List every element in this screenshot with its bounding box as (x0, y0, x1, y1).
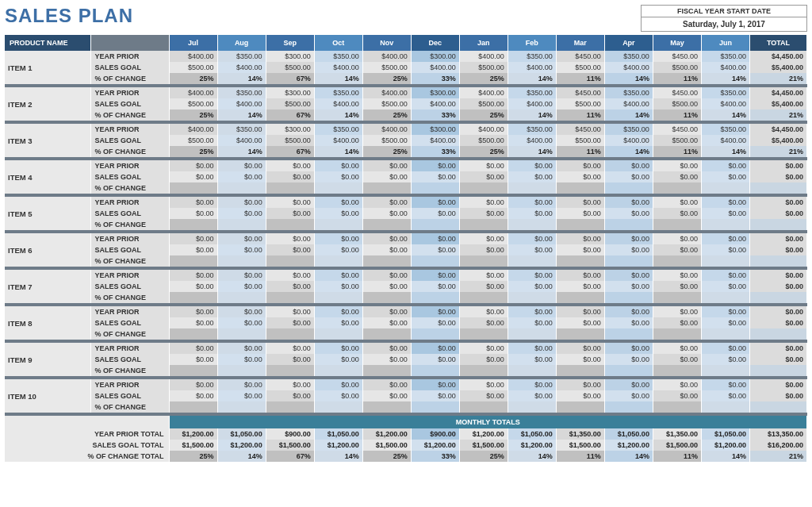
cell[interactable] (314, 328, 362, 340)
cell[interactable]: 25% (169, 109, 217, 121)
cell[interactable]: $350.00 (314, 51, 362, 62)
cell[interactable] (411, 401, 459, 413)
cell[interactable] (314, 255, 362, 267)
cell[interactable]: $0.00 (508, 343, 556, 354)
cell[interactable] (556, 182, 604, 194)
cell[interactable]: $0.00 (169, 343, 217, 354)
cell[interactable]: $0.00 (362, 171, 411, 182)
cell[interactable]: $350.00 (604, 51, 653, 62)
cell[interactable]: $0.00 (411, 379, 459, 390)
cell[interactable]: 25% (459, 109, 508, 121)
cell[interactable] (266, 182, 314, 194)
cell[interactable]: $300.00 (411, 51, 459, 62)
cell[interactable] (556, 255, 604, 267)
cell[interactable]: $400.00 (604, 62, 653, 73)
cell[interactable]: $0.00 (217, 390, 266, 401)
item-name[interactable]: ITEM 5 (5, 197, 91, 230)
cell[interactable] (508, 401, 556, 413)
cell[interactable]: 33% (411, 109, 459, 121)
cell[interactable]: $0.00 (169, 306, 217, 317)
cell[interactable]: $0.00 (653, 317, 701, 328)
cell[interactable]: $500.00 (556, 62, 604, 73)
cell[interactable] (508, 182, 556, 194)
cell[interactable]: $400.00 (217, 135, 266, 146)
cell[interactable]: $450.00 (653, 51, 701, 62)
cell[interactable]: $0.00 (266, 270, 314, 281)
cell[interactable]: $500.00 (266, 62, 314, 73)
cell[interactable]: $0.00 (701, 317, 749, 328)
cell[interactable]: $0.00 (653, 244, 701, 255)
cell[interactable]: 25% (362, 146, 411, 157)
cell[interactable]: $400.00 (217, 62, 266, 73)
cell[interactable]: $400.00 (169, 87, 217, 98)
cell[interactable]: $0.00 (411, 270, 459, 281)
cell[interactable]: $0.00 (556, 281, 604, 292)
cell[interactable] (556, 401, 604, 413)
cell[interactable] (314, 182, 362, 194)
cell[interactable]: $350.00 (508, 124, 556, 135)
cell[interactable]: $500.00 (653, 62, 701, 73)
cell[interactable]: $0.00 (508, 281, 556, 292)
cell[interactable]: $400.00 (362, 87, 411, 98)
cell[interactable]: $400.00 (411, 98, 459, 109)
cell[interactable]: $500.00 (266, 98, 314, 109)
cell[interactable] (701, 292, 749, 303)
cell[interactable]: $0.00 (217, 317, 266, 328)
item-name[interactable]: ITEM 1 (5, 51, 91, 84)
cell[interactable]: $0.00 (169, 281, 217, 292)
cell[interactable]: $400.00 (701, 98, 749, 109)
cell[interactable]: $350.00 (508, 87, 556, 98)
cell[interactable]: $0.00 (266, 317, 314, 328)
cell[interactable]: 11% (653, 146, 701, 157)
cell[interactable]: 11% (653, 73, 701, 84)
cell[interactable]: 14% (604, 109, 653, 121)
cell[interactable]: $400.00 (701, 62, 749, 73)
cell[interactable]: $0.00 (217, 208, 266, 219)
cell[interactable]: $0.00 (362, 244, 411, 255)
cell[interactable] (362, 365, 411, 376)
cell[interactable] (169, 401, 217, 413)
cell[interactable] (556, 328, 604, 340)
cell[interactable]: $500.00 (459, 98, 508, 109)
cell[interactable]: $400.00 (169, 124, 217, 135)
cell[interactable]: $400.00 (411, 135, 459, 146)
cell[interactable] (701, 255, 749, 267)
cell[interactable]: $0.00 (653, 171, 701, 182)
cell[interactable] (314, 292, 362, 303)
cell[interactable]: $0.00 (508, 208, 556, 219)
cell[interactable]: $0.00 (217, 197, 266, 208)
cell[interactable] (314, 219, 362, 230)
cell[interactable]: $400.00 (459, 124, 508, 135)
cell[interactable]: $0.00 (604, 171, 653, 182)
cell[interactable]: $500.00 (169, 98, 217, 109)
cell[interactable]: 14% (701, 146, 749, 157)
cell[interactable] (362, 182, 411, 194)
item-name[interactable]: ITEM 4 (5, 160, 91, 194)
cell[interactable]: $500.00 (653, 135, 701, 146)
cell[interactable]: $0.00 (314, 270, 362, 281)
cell[interactable]: $0.00 (411, 208, 459, 219)
cell[interactable]: $500.00 (362, 62, 411, 73)
cell[interactable]: $0.00 (266, 379, 314, 390)
cell[interactable] (459, 182, 508, 194)
cell[interactable]: $0.00 (508, 270, 556, 281)
cell[interactable] (701, 365, 749, 376)
cell[interactable]: $0.00 (169, 171, 217, 182)
cell[interactable] (653, 401, 701, 413)
cell[interactable] (508, 328, 556, 340)
cell[interactable]: $0.00 (653, 354, 701, 365)
cell[interactable]: $0.00 (169, 354, 217, 365)
cell[interactable]: $0.00 (701, 197, 749, 208)
cell[interactable]: $0.00 (169, 317, 217, 328)
cell[interactable]: $0.00 (411, 197, 459, 208)
cell[interactable]: $0.00 (604, 343, 653, 354)
cell[interactable]: $0.00 (459, 160, 508, 171)
cell[interactable]: $350.00 (604, 87, 653, 98)
cell[interactable]: 11% (556, 146, 604, 157)
cell[interactable]: $500.00 (169, 62, 217, 73)
cell[interactable]: $0.00 (266, 244, 314, 255)
cell[interactable]: $0.00 (314, 208, 362, 219)
cell[interactable] (362, 292, 411, 303)
cell[interactable] (169, 219, 217, 230)
cell[interactable]: $0.00 (362, 208, 411, 219)
